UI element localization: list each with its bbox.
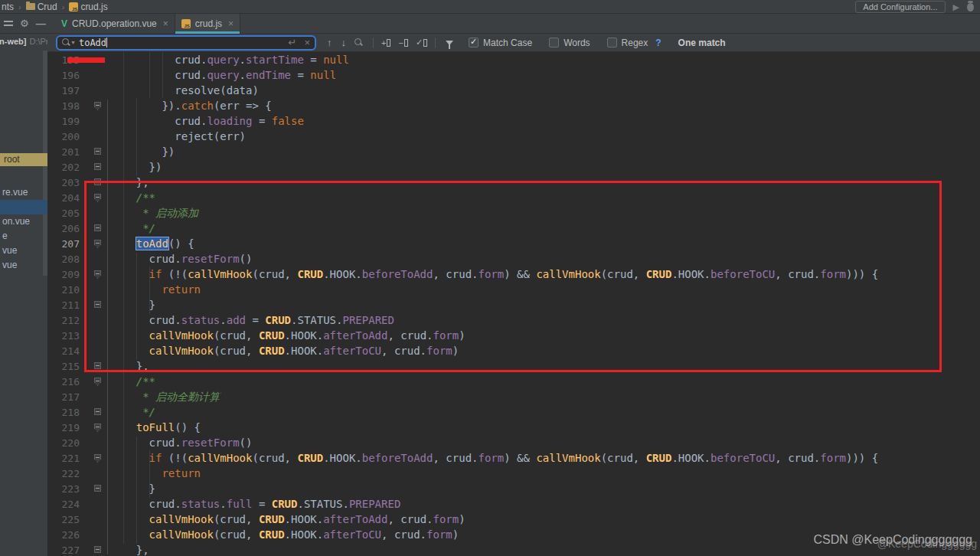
code-line[interactable]: 219 toFull() { [47,420,980,435]
tree-item-root[interactable]: root [0,153,47,166]
code-line[interactable]: 212 crud.status.add = CRUD.STATUS.PREPAR… [47,312,980,328]
code-editor[interactable]: 195 crud.query.startTime = null196 crud.… [47,52,980,556]
code-line[interactable]: 204 /** [47,190,980,205]
find-all-icon[interactable] [354,38,365,47]
tree-item[interactable]: vue [0,244,47,258]
code-line[interactable]: 197 resolve(data) [47,83,980,98]
remove-selection-icon[interactable]: − [398,38,407,47]
project-panel: ⚙ — n-web] D:\Pr root re.vue on.vue e vu… [0,14,47,556]
code-line[interactable]: 215 }, [47,358,980,374]
view-options-icon[interactable] [4,20,13,28]
regex-label: Regex [622,38,648,48]
search-icon [62,38,73,47]
regex-checkbox[interactable] [607,38,617,47]
add-configuration-button[interactable]: Add Configuration... [855,1,945,13]
fold-open-icon[interactable] [94,424,101,432]
code-line[interactable]: 209 if (!(callVmHook(crud, CRUD.HOOK.bef… [47,267,980,282]
words-option[interactable]: Words [549,38,590,48]
add-selection-icon[interactable]: + [381,38,390,47]
fold-end-icon[interactable] [94,362,101,369]
code-line[interactable]: 217 * 启动全勤计算 [47,389,980,404]
help-icon[interactable]: ? [655,38,661,48]
gutter [86,512,110,527]
code-line[interactable]: 214 callVmHook(crud, CRUD.HOOK.afterToCU… [47,343,980,358]
line-number: 209 [47,269,86,280]
code-line[interactable]: 210 return [47,282,980,297]
run-icon[interactable]: ▶ [953,1,959,13]
code-line[interactable]: 211 } [47,297,980,312]
code-text: }).catch(err => { [110,98,272,113]
match-case-checkbox[interactable] [469,38,479,47]
code-line[interactable]: 207 toAdd() { [47,236,980,251]
debug-icon[interactable] [967,3,974,11]
fold-end-icon[interactable] [94,148,101,155]
code-line[interactable]: 202 }) [47,159,980,175]
search-input[interactable]: ▼ toAdd ↵ × [56,35,316,51]
code-line[interactable]: 195 crud.query.startTime = null [47,52,980,67]
tree-item-selected[interactable] [0,200,47,214]
line-number: 214 [47,345,86,357]
tree-item[interactable]: vue [0,258,47,273]
code-line[interactable]: 218 */ [47,404,980,420]
code-line[interactable]: 213 callVmHook(crud, CRUD.HOOK.afterToAd… [47,328,980,343]
fold-end-icon[interactable] [94,408,101,415]
fold-open-icon[interactable] [94,270,101,279]
fold-end-icon[interactable] [94,301,101,308]
code-area[interactable]: 195 crud.query.startTime = null196 crud.… [47,52,980,556]
code-line[interactable]: 203 }, [47,175,980,190]
code-line[interactable]: 199 crud.loading = false [47,113,980,129]
fold-open-icon[interactable] [94,194,101,202]
gutter [86,297,110,312]
filter-icon[interactable] [446,41,453,45]
code-text: }, [110,358,149,374]
tree-item[interactable]: re.vue [0,185,47,200]
code-line[interactable]: 208 crud.resetForm() [47,251,980,267]
select-all-occurrences-icon[interactable]: ✓ [416,38,427,47]
fold-open-icon[interactable] [94,240,101,248]
tree-item[interactable]: on.vue [0,214,47,229]
fold-end-icon[interactable] [94,163,101,170]
clear-search-icon[interactable]: × [304,37,310,48]
code-text: }, [110,542,149,556]
fold-end-icon[interactable] [94,224,101,231]
hide-panel-icon[interactable]: — [36,18,46,29]
code-line[interactable]: 224 crud.status.full = CRUD.STATUS.PREPA… [47,496,980,512]
breadcrumb-item-folder[interactable]: Crud [38,2,57,12]
code-line[interactable]: 201 }) [47,144,980,159]
tab-crud-js[interactable]: crud.js × [175,14,240,33]
close-icon[interactable]: × [163,18,168,29]
fold-end-icon[interactable] [94,546,101,553]
code-line[interactable]: 223 } [47,481,980,496]
code-line[interactable]: 225 callVmHook(crud, CRUD.HOOK.afterToAd… [47,512,980,527]
newline-icon[interactable]: ↵ [289,37,297,48]
match-case-option[interactable]: Match Case [469,38,532,48]
code-line[interactable]: 221 if (!(callVmHook(crud, CRUD.HOOK.bef… [47,450,980,466]
code-line[interactable]: 196 crud.query.endTime = null [47,67,980,83]
line-number: 199 [47,116,86,127]
fold-open-icon[interactable] [94,102,101,110]
code-line[interactable]: 216 /** [47,374,980,389]
tab-label: CRUD.operation.vue [72,18,157,29]
code-line[interactable]: 198 }).catch(err => { [47,98,980,113]
breadcrumb-item-parent[interactable]: nts [2,2,14,12]
code-line[interactable]: 205 * 启动添加 [47,205,980,221]
code-line[interactable]: 222 return [47,466,980,481]
close-icon[interactable]: × [228,18,234,29]
code-line[interactable]: 200 reject(err) [47,129,980,144]
fold-open-icon[interactable] [94,378,101,386]
fold-end-icon[interactable] [94,485,101,492]
next-occurrence-icon[interactable]: ↓ [341,37,347,48]
breadcrumb-item-file[interactable]: crud.js [80,2,107,12]
previous-occurrence-icon[interactable]: ↑ [327,37,332,48]
tab-crud-operation-vue[interactable]: V CRUD.operation.vue × [55,14,175,33]
regex-option[interactable]: Regex [607,38,648,48]
tree-item[interactable]: e [0,229,47,244]
fold-open-icon[interactable] [94,454,101,463]
fold-end-icon[interactable] [94,178,101,185]
code-line[interactable]: 206 */ [47,221,980,236]
gutter [86,175,110,190]
words-checkbox[interactable] [549,38,559,47]
code-text: if (!(callVmHook(crud, CRUD.HOOK.beforeT… [110,450,878,466]
gear-icon[interactable]: ⚙ [20,18,29,28]
code-line[interactable]: 220 crud.resetForm() [47,435,980,450]
